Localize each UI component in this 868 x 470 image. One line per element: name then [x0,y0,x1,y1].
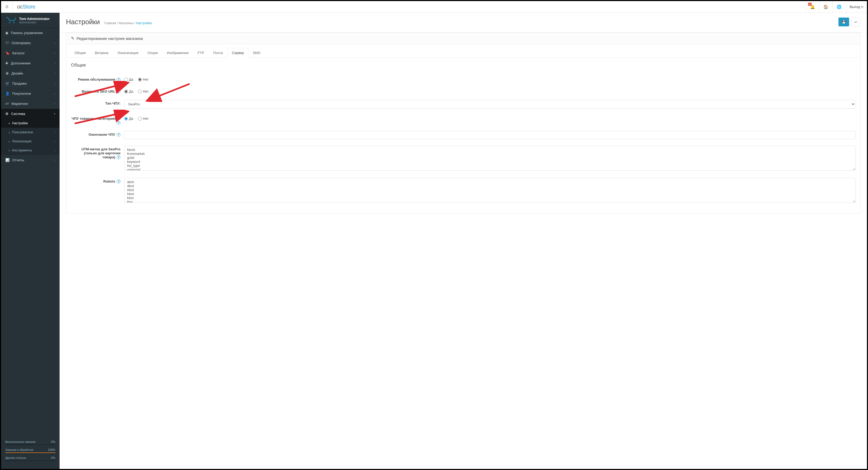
double-chevron-icon: » [8,131,10,134]
profile-name: Tom Administrator [19,17,50,21]
stat-fill [5,452,55,453]
tab-локализация[interactable]: Локализация [113,48,143,58]
tabs: ОбщиеВитринаЛокализацияОпцииИзображенияF… [66,44,860,58]
textarea-utm[interactable] [124,146,856,171]
crumb-home[interactable]: Главная [104,21,116,25]
nav-label: Система [11,112,25,116]
sidebar-link[interactable]: ⚙Система▾ [1,109,60,119]
row-utm: UTM-метки для SeoPro (только для карточк… [71,142,856,175]
sidebar-link[interactable]: 👤Покупатели› [1,89,60,98]
label-maintenance: Режим обслуживания ? [71,76,124,82]
notifications-button[interactable]: 2 🔔 [806,1,819,12]
back-button[interactable]: ↩ [851,18,861,26]
sidebar-item: 🛡Octemplates› [1,38,60,48]
nav-label: Отчеты [12,158,24,162]
crumb-settings[interactable]: Настройки [136,21,152,25]
help-icon[interactable]: ? [117,90,121,93]
home-icon: 🏠 [823,4,828,9]
nav-icon: ◉ [5,31,8,35]
tab-общие[interactable]: Общие [70,48,90,58]
radio-chpu-cat-no[interactable]: Нет [138,117,149,121]
double-chevron-icon: » [8,122,10,125]
tab-почта[interactable]: Почта [209,48,227,58]
help-icon[interactable]: ? [117,180,121,183]
radio-maintenance-yes[interactable]: Да [124,78,133,82]
label-seo: Включить SEO URL ? [71,88,124,93]
radio-input[interactable] [124,90,128,93]
logout-icon: ⎋ [861,5,863,9]
profile-text: Tom Administrator Administrator [19,17,50,24]
sidebar-link[interactable]: 🔖Каталог› [1,48,60,58]
radio-input[interactable] [138,117,142,121]
sidebar-link[interactable]: 🖥Дизайн› [1,68,60,78]
crumb-sep: / [134,21,136,25]
sidebar-item: ⚙Система▾»Настройки»Пользователи›»Локали… [1,109,60,155]
subnav-link[interactable]: »Настройки [1,119,60,128]
nav-icon: 🛒 [5,82,9,85]
help-icon[interactable]: ? [117,121,121,124]
tab-сервер[interactable]: Сервер [227,48,248,58]
brand-logo[interactable]: ocStore [13,4,40,10]
nav-label: Дизайн [11,71,23,75]
help-icon[interactable]: ? [117,78,121,82]
chevron-right-icon: › [55,41,55,45]
label-utm: UTM-метки для SeoPro (только для карточк… [71,146,124,159]
label-robots: Robots ? [71,178,124,183]
subnav-link[interactable]: »Инструменты› [1,146,60,155]
control-chpu-type: SeoPro [124,100,856,109]
tab-ftp[interactable]: FTP [193,48,209,58]
svg-point-0 [9,22,10,23]
tab-опции[interactable]: Опции [143,48,162,58]
chevron-right-icon: › [55,102,55,105]
radio-seo-no[interactable]: Нет [138,89,149,93]
chevron-right-icon: › [55,72,55,75]
radio-input[interactable] [138,90,142,93]
tab-витрина[interactable]: Витрина [90,48,113,58]
nav-label: Покупатели [12,92,31,95]
radio-input[interactable] [138,78,142,82]
subnav-link[interactable]: »Пользователи› [1,128,60,137]
globe-button[interactable]: 🌐 [832,1,846,12]
help-icon[interactable]: ? [117,133,121,137]
page-title-wrap: Настройки Главная / Магазины / Настройки [66,18,152,26]
sidebar-link[interactable]: 📊Отчеты› [1,155,60,165]
save-icon: 💾 [842,20,846,24]
radio-maintenance-no[interactable]: Нет [138,78,149,82]
sidebar-item: 📊Отчеты› [1,155,60,165]
radio-input[interactable] [124,117,128,121]
tab-изображения[interactable]: Изображения [162,48,193,58]
sidebar-link[interactable]: 🛡Octemplates› [1,38,60,48]
sidebar-link[interactable]: ◉Панель управления [1,28,60,38]
chevron-right-icon: › [55,92,55,95]
nav-icon: 👤 [5,92,9,95]
input-chpu-end[interactable] [124,131,856,139]
textarea-robots[interactable] [124,178,856,203]
help-icon[interactable]: ? [117,155,121,159]
tab-sms[interactable]: SMS [248,48,265,58]
sidebar-link[interactable]: ⮂Маркетинг› [1,99,60,109]
logout-button[interactable]: Выход ⎋ [846,1,867,12]
subnav-link[interactable]: »Локализация› [1,137,60,146]
profile-role: Administrator [19,21,50,24]
section-title: Общие [66,58,860,70]
stat-label: Другие статусы [5,456,26,459]
stat-bar [5,444,55,445]
stat-value: 100% [48,448,55,451]
radio-seo-yes[interactable]: Да [124,89,133,93]
sidebar-link[interactable]: 🛒Продажи› [1,79,60,88]
radio-chpu-cat-yes[interactable]: Да [124,117,133,121]
radio-input[interactable] [124,78,128,82]
nav-icon: 🛡 [5,41,9,45]
double-chevron-icon: » [8,140,10,143]
select-chpu-type[interactable]: SeoPro [124,100,856,109]
layout: Tom Administrator Administrator ◉Панель … [1,13,867,469]
home-button[interactable]: 🏠 [819,1,832,12]
header-left: ☰ ocStore [1,1,40,12]
chevron-right-icon: › [55,62,55,65]
sidebar-link[interactable]: ✚Дополнения› [1,58,60,68]
save-button[interactable]: 💾 [838,18,849,26]
crumb-stores[interactable]: Магазины [119,21,133,25]
menu-toggle-button[interactable]: ☰ [1,1,13,13]
label-chpu-type: Тип ЧПУ: [71,100,124,106]
nav-label: Дополнения [11,61,31,65]
